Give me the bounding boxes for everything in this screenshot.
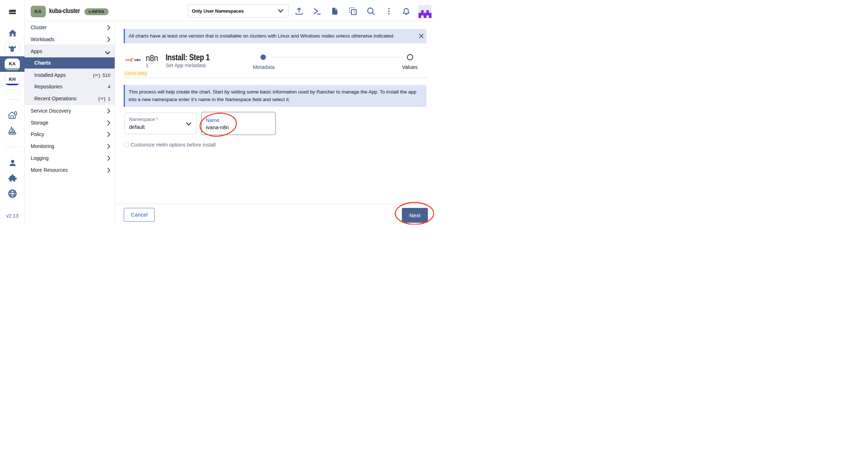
svg-text:n8n: n8n [134,58,141,62]
